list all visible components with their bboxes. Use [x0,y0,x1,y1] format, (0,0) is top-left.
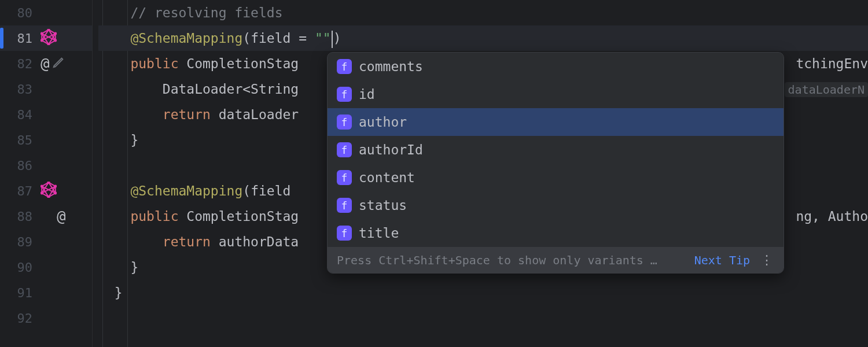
completion-label: authorId [359,142,423,157]
at-icon[interactable]: @ [57,208,66,225]
field-kind-icon: f [337,87,352,102]
annotation: @SchemaMapping [130,183,242,198]
completion-item[interactable]: f status [328,191,784,219]
line-number: 81 [0,31,36,46]
brace: } [130,132,138,147]
completion-popup: f comments f id f author f authorId f co… [327,52,784,274]
brace: } [130,260,138,275]
completion-item-selected[interactable]: f author [328,108,784,136]
completion-item[interactable]: f authorId [328,136,784,164]
code-line[interactable]: // resolving fields [98,0,868,25]
keyword: return [163,107,211,122]
line-number: 91 [0,286,36,300]
gutter-row: 91 [0,280,92,305]
more-menu-icon[interactable]: ⋮ [750,253,774,267]
gutter-row: 83 [0,76,92,102]
gutter-row-current: 81 [0,25,92,51]
annotation: @SchemaMapping [130,31,242,46]
gutter-row: 87 [0,178,92,204]
line-number: 88 [0,209,36,224]
code-tail: tchingEnv [796,51,868,76]
footer-hint-text: Press Ctrl+Shift+Space to show only vari… [337,253,657,267]
brace: } [115,285,123,300]
completion-label: author [359,115,407,130]
gutter-row: 90 [0,254,92,280]
line-number: 84 [0,108,36,122]
field-kind-icon: f [337,115,352,130]
gutter-row: 86 [0,153,92,178]
graphql-icon[interactable] [41,29,57,48]
caret [332,31,333,48]
field-kind-icon: f [337,142,352,157]
gutter: 80 81 82 @ 83 84 85 86 87 [0,0,93,347]
completion-item[interactable]: f title [328,219,784,247]
code-editor: 80 81 82 @ 83 84 85 86 87 [0,0,868,347]
paren-close: ) [333,31,341,46]
completion-label: status [359,198,407,213]
at-icon[interactable]: @ [41,55,50,72]
line-number: 85 [0,133,36,147]
completion-item[interactable]: f content [328,164,784,191]
line-number: 89 [0,235,36,249]
type-text: CompletionStag [178,209,299,224]
line-number: 87 [0,184,36,198]
keyword: return [163,234,211,249]
gutter-row: 89 [0,229,92,254]
line-number: 90 [0,260,36,275]
field-kind-icon: f [337,170,352,185]
code-tail: ng, Autho [796,204,868,229]
gutter-row: 80 [0,0,92,25]
param-name: field [251,31,290,46]
gutter-row: 82 @ [0,51,92,76]
line-number: 80 [0,6,36,20]
string-literal: "" [315,31,331,46]
gutter-row: 92 [0,305,92,331]
completion-item[interactable]: f comments [328,53,784,80]
field-kind-icon: f [337,226,352,241]
code-line[interactable]: } [98,280,868,305]
param-name: field [251,183,290,198]
pencil-icon[interactable] [52,56,65,72]
code-text: dataLoader [211,107,299,122]
code-text: DataLoader<String [163,82,299,97]
completion-footer: Press Ctrl+Shift+Space to show only vari… [328,247,784,273]
code-tail-hint: dataLoaderN [785,76,868,102]
paren-open: ( [242,31,251,46]
type-text: CompletionStag [178,56,299,71]
gutter-row: 85 [0,127,92,153]
equals: = [290,31,315,46]
line-number: 92 [0,311,36,326]
comment-text: // resolving fields [130,5,282,20]
completion-item[interactable]: f id [328,80,784,108]
code-line-current[interactable]: @SchemaMapping(field = "") [98,25,868,51]
graphql-icon[interactable] [41,182,57,201]
line-number: 82 [0,57,36,71]
completion-label: id [359,87,375,102]
paren-open: ( [242,183,251,198]
completion-list: f comments f id f author f authorId f co… [328,53,784,247]
line-number: 86 [0,158,36,173]
code-line[interactable] [98,305,868,331]
completion-label: title [359,226,399,241]
completion-label: content [359,170,415,185]
completion-label: comments [359,59,423,74]
code-text: authorData [211,234,299,249]
keyword: public [130,56,178,71]
gutter-row: 84 [0,102,92,127]
keyword: public [130,209,178,224]
field-kind-icon: f [337,198,352,213]
field-kind-icon: f [337,59,352,74]
next-tip-link[interactable]: Next Tip [694,253,750,267]
line-number: 83 [0,82,36,97]
gutter-row: 88 @ [0,204,92,229]
